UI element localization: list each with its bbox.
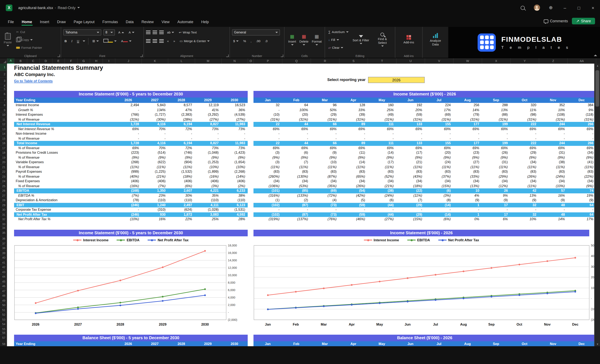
row-header-55[interactable]: 55	[0, 327, 7, 331]
cell[interactable]: Sep	[482, 341, 510, 346]
menu-page-layout[interactable]: Page Layout	[73, 17, 95, 27]
column-header-V[interactable]: V	[425, 58, 454, 64]
cell[interactable]: (78)	[115, 198, 141, 203]
cell[interactable]: (14)	[368, 150, 396, 155]
cell[interactable]: (27%)	[221, 117, 248, 122]
cell[interactable]: 222	[510, 141, 539, 146]
cell[interactable]: (1,028)	[195, 207, 221, 212]
cell[interactable]: (27%)	[368, 217, 396, 222]
cell[interactable]: 155	[425, 122, 453, 127]
cell[interactable]: 384	[567, 103, 596, 108]
row-header-13[interactable]: 13	[0, 127, 7, 131]
cell[interactable]: 0%	[453, 217, 482, 222]
cell[interactable]: 1,728	[115, 141, 141, 146]
number-format-select[interactable]: General	[232, 29, 280, 36]
cell[interactable]: (73)	[310, 212, 339, 217]
cell[interactable]: (85)	[282, 188, 310, 193]
menu-insert[interactable]: Insert	[39, 17, 50, 27]
cell[interactable]: 199	[482, 122, 510, 127]
cell[interactable]: EBITDA %	[14, 193, 115, 198]
cell[interactable]: (310)	[141, 207, 168, 212]
table-row[interactable]: -100%50%33%25%20%17%14%13%11%10%9%	[253, 108, 596, 112]
table-row[interactable]: Provisions for Credit Losses(223)(514)(7…	[14, 150, 248, 155]
cell[interactable]: (12%)	[482, 184, 510, 188]
cell[interactable]: % of Revenue	[14, 174, 115, 179]
balance-sheet-annual-table[interactable]: Balance Sheet ($'000) - 5 years to Decem…	[14, 335, 248, 346]
cell[interactable]: 25%	[368, 108, 396, 112]
column-header-T[interactable]: T	[368, 58, 397, 64]
cell[interactable]: (9%)	[195, 155, 221, 160]
cell[interactable]: (29%)	[482, 174, 510, 179]
cell[interactable]: -	[115, 131, 141, 136]
cell[interactable]: 42	[510, 188, 539, 193]
cell[interactable]: (46%)	[339, 217, 368, 222]
cell[interactable]: 69%	[425, 146, 453, 150]
row-header-5[interactable]: 5	[0, 88, 7, 91]
cell[interactable]: Dec	[567, 341, 596, 346]
income-statement-monthly-table[interactable]: Income Statement ($'000) - 2026JanFebMar…	[253, 91, 596, 222]
cell[interactable]: (83)	[539, 169, 567, 174]
cell[interactable]: Sep	[482, 98, 510, 103]
vertical-scrollbar[interactable]: ▲ ▼	[594, 64, 600, 346]
table-row[interactable]: (34)(34)(34)(34)(34)(34)(34)(34)(34)(34)…	[253, 179, 596, 184]
cell[interactable]: (9)	[567, 198, 596, 203]
cell[interactable]: 69%	[282, 146, 310, 150]
cell[interactable]: -	[539, 131, 567, 136]
row-header-20[interactable]: 20	[0, 160, 7, 165]
table-row[interactable]: EBITDA %(7%)23%30%35%38%	[14, 193, 248, 198]
cell[interactable]: Interest Expenses	[14, 112, 115, 117]
column-header-O[interactable]: O	[248, 58, 254, 64]
table-row[interactable]: (31%)(31%)(31%)(31%)(31%)(31%)(31%)(31%)…	[253, 117, 596, 122]
cell[interactable]: (6%)	[425, 217, 453, 222]
column-header-A[interactable]: A	[8, 58, 14, 64]
row-header-2[interactable]: 2	[0, 71, 7, 78]
cell[interactable]: 48	[539, 212, 567, 217]
cell[interactable]: 64	[567, 212, 596, 217]
cell[interactable]: (69)	[425, 112, 453, 117]
cell[interactable]: 47%	[168, 108, 195, 112]
table-row[interactable]: (3)(7)(10)(14)(17)(21)(24)(27)(31)(34)(3…	[253, 160, 596, 165]
cell[interactable]: -	[339, 136, 368, 141]
copy-button[interactable]: Copy	[15, 36, 43, 44]
fill-button[interactable]: ↓Fill	[327, 36, 350, 44]
row-header-4[interactable]: 4	[0, 84, 7, 88]
cell[interactable]: (9)	[510, 198, 539, 203]
cell[interactable]: Mar	[310, 98, 339, 103]
cell[interactable]: (88)	[482, 112, 510, 117]
cell[interactable]: (44)	[368, 212, 396, 217]
cell[interactable]: (8)	[425, 198, 453, 203]
cell[interactable]: (23)	[453, 150, 482, 155]
underline-button[interactable]: U	[76, 39, 80, 43]
cell[interactable]: 69%	[115, 146, 141, 150]
cell[interactable]: (9%)	[396, 155, 425, 160]
cell[interactable]: (406)	[115, 179, 141, 184]
cell[interactable]: (766)	[115, 112, 141, 117]
row-header-22[interactable]: 22	[0, 169, 7, 174]
cell[interactable]: 4,111	[195, 203, 221, 207]
row-header-28[interactable]: 28	[0, 198, 7, 203]
cell[interactable]: 930	[141, 212, 168, 217]
cell[interactable]: (106%)	[253, 184, 282, 188]
cell[interactable]: 69%	[339, 127, 368, 131]
cell[interactable]: Mar	[310, 341, 339, 346]
italic-button[interactable]: I	[70, 39, 74, 43]
row-header-26[interactable]: 26	[0, 188, 7, 193]
cell[interactable]: (31%)	[425, 117, 453, 122]
cell[interactable]: (9%)	[425, 155, 453, 160]
table-row[interactable]: Total Income1,7284,1166,1948,82711,983	[14, 141, 248, 146]
cell[interactable]: (10%)	[115, 217, 141, 222]
row-header-6[interactable]: 6	[0, 91, 7, 98]
cell[interactable]: 10%	[510, 217, 539, 222]
cell[interactable]: (11%)	[168, 165, 195, 169]
cell[interactable]: (3)	[253, 150, 282, 155]
cell[interactable]: (98)	[510, 112, 539, 117]
font-size-select[interactable]: 8	[103, 29, 115, 36]
cell[interactable]: (59)	[396, 112, 425, 117]
column-header-J[interactable]: J	[115, 58, 142, 64]
cell[interactable]: 134%	[141, 108, 168, 112]
cell[interactable]: (1,532)	[168, 169, 195, 174]
cell[interactable]: 69%	[453, 127, 482, 131]
row-header-35[interactable]: 35	[0, 230, 7, 236]
cell[interactable]: (34)	[253, 179, 282, 184]
font-color-button[interactable]: A	[120, 39, 133, 43]
